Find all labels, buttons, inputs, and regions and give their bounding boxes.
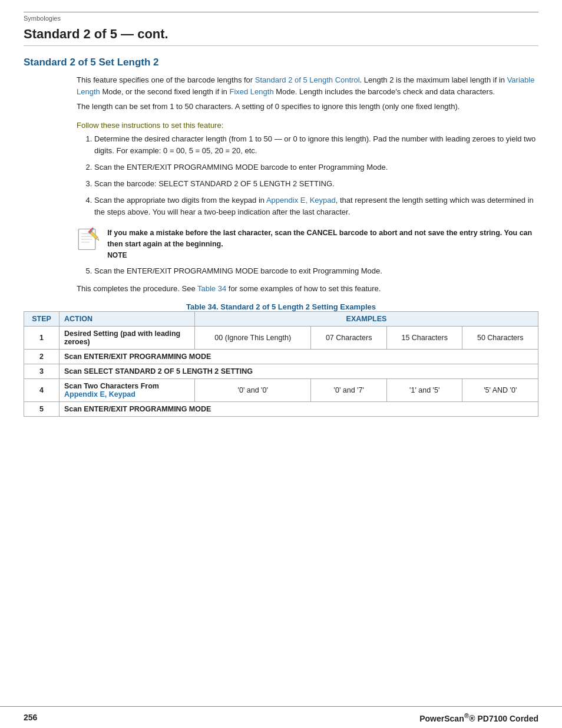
instructions-label: Follow these instructions to set this fe…	[77, 121, 538, 130]
table-row: 5 Scan ENTER/EXIT PROGRAMMING MODE	[24, 402, 538, 417]
step-1: Determine the desired character length (…	[94, 133, 538, 157]
step-3: Scan the barcode: SELECT STANDARD 2 OF 5…	[94, 178, 538, 190]
col-examples: EXAMPLES	[195, 312, 538, 327]
length-control-link[interactable]: Standard 2 of 5 Length Control	[255, 75, 360, 84]
appendix-e-table-link[interactable]: Appendix E, Keypad	[64, 390, 135, 398]
step-num-1: 1	[24, 327, 59, 350]
breadcrumb: Symbologies	[24, 15, 538, 22]
fixed-length-link[interactable]: Fixed Length	[229, 87, 273, 96]
notepad-icon	[77, 224, 99, 255]
col-step: STEP	[24, 312, 59, 327]
ex2-4: '0' and '7'	[311, 379, 387, 402]
action-1: Desired Setting (pad with leading zeroes…	[59, 327, 195, 350]
note-text: If you make a mistake before the last ch…	[107, 224, 538, 250]
intro-paragraph-1: This feature specifies one of the barcod…	[77, 74, 538, 97]
note-box: If you make a mistake before the last ch…	[77, 224, 538, 259]
setting-table: STEP ACTION EXAMPLES 1 Desired Setting (…	[24, 311, 538, 417]
ex3-4: '1' and '5'	[386, 379, 462, 402]
steps-list: Determine the desired character length (…	[94, 133, 538, 219]
action-3: Scan SELECT STANDARD 2 OF 5 LENGTH 2 SET…	[59, 364, 538, 379]
step-num-4: 4	[24, 379, 59, 402]
table-row: 2 Scan ENTER/EXIT PROGRAMMING MODE	[24, 350, 538, 364]
step-num-3: 3	[24, 364, 59, 379]
ex1-4: '0' and '0'	[195, 379, 311, 402]
appendix-e-link[interactable]: Appendix E, Keypad	[266, 196, 336, 205]
note-label: NOTE	[107, 251, 538, 259]
table-title: Table 34. Standard 2 of 5 Length 2 Setti…	[24, 302, 538, 311]
action-5: Scan ENTER/EXIT PROGRAMMING MODE	[59, 402, 538, 417]
page-title: Standard 2 of 5 — cont.	[24, 27, 538, 46]
ex3-1: 15 Characters	[386, 327, 462, 350]
ex2-1: 07 Characters	[311, 327, 387, 350]
section-title: Standard 2 of 5 Set Length 2	[24, 57, 538, 68]
col-action: ACTION	[59, 312, 195, 327]
product-name: PowerScan®® PD7100 Corded	[419, 711, 538, 723]
step-5: Scan the ENTER/EXIT PROGRAMMING MODE bar…	[94, 265, 538, 277]
step-2: Scan the ENTER/EXIT PROGRAMMING MODE bar…	[94, 162, 538, 173]
table34-link[interactable]: Table 34	[197, 284, 226, 293]
procedure-complete: This completes the procedure. See Table …	[77, 283, 538, 295]
action-2: Scan ENTER/EXIT PROGRAMMING MODE	[59, 350, 538, 364]
page-number: 256	[24, 713, 37, 722]
footer: 256 PowerScan®® PD7100 Corded	[0, 706, 562, 728]
step-num-2: 2	[24, 350, 59, 364]
step-4: Scan the appropriate two digits from the…	[94, 195, 538, 218]
steps-list-2: Scan the ENTER/EXIT PROGRAMMING MODE bar…	[94, 265, 538, 277]
ex4-4: '5' AND '0'	[462, 379, 538, 402]
table-row: 4 Scan Two Characters From Appendix E, K…	[24, 379, 538, 402]
intro-paragraph-2: The length can be set from 1 to 50 chara…	[77, 101, 538, 113]
table-row: 1 Desired Setting (pad with leading zero…	[24, 327, 538, 350]
action-4: Scan Two Characters From Appendix E, Key…	[59, 379, 195, 402]
step-num-5: 5	[24, 402, 59, 417]
ex1-1: 00 (Ignore This Length)	[195, 327, 311, 350]
table-row: 3 Scan SELECT STANDARD 2 OF 5 LENGTH 2 S…	[24, 364, 538, 379]
ex4-1: 50 Characters	[462, 327, 538, 350]
